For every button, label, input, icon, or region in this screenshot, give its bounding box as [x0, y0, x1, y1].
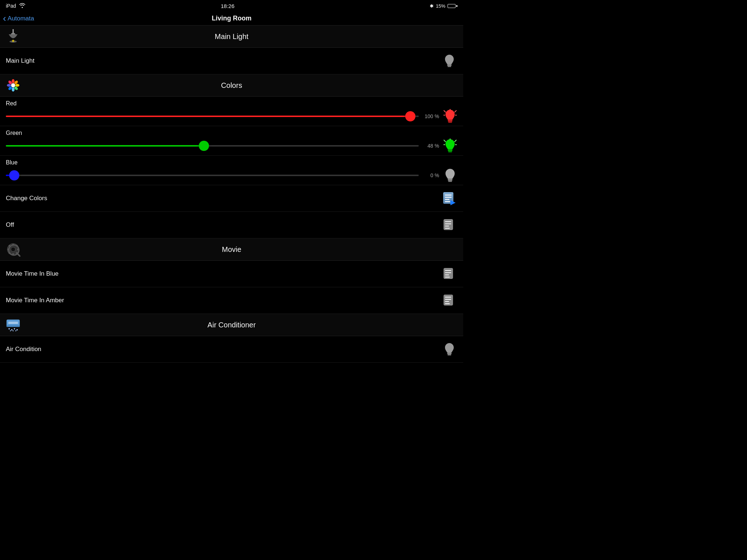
main-light-bulb-icon — [441, 53, 457, 69]
svg-line-19 — [455, 110, 456, 112]
movie-blue-row[interactable]: Movie Time In Blue — [0, 261, 463, 287]
red-label: Red — [6, 100, 457, 107]
green-fill — [6, 145, 204, 147]
green-track[interactable] — [6, 145, 419, 147]
movie-blue-label: Movie Time In Blue — [6, 270, 441, 277]
svg-line-26 — [455, 140, 456, 141]
colors-section-header: Colors — [0, 74, 463, 97]
green-pct: 48 % — [422, 143, 439, 149]
svg-line-27 — [444, 140, 445, 141]
green-bulb-icon — [443, 139, 457, 153]
svg-point-70 — [8, 328, 10, 330]
svg-rect-31 — [448, 181, 452, 182]
svg-rect-30 — [448, 179, 453, 180]
status-time: 18:26 — [221, 3, 235, 9]
svg-point-71 — [11, 329, 13, 331]
ac-unit-icon — [6, 318, 20, 332]
blue-label: Blue — [6, 159, 457, 166]
status-right: ✱ 15% — [430, 3, 457, 9]
svg-point-75 — [13, 330, 14, 331]
red-bulb-icon — [443, 109, 457, 124]
change-colors-label: Change Colors — [6, 195, 441, 202]
rainbow-flower-icon — [6, 78, 20, 93]
svg-point-45 — [11, 247, 15, 252]
air-condition-bulb-icon — [441, 341, 457, 357]
red-slider-row: Red 100 % — [0, 97, 463, 126]
status-left: iPad — [6, 3, 26, 9]
page-title: Living Room — [212, 15, 252, 22]
svg-rect-23 — [448, 149, 453, 151]
ac-section-title: Air Conditioner — [25, 321, 438, 329]
blue-bulb-icon — [443, 168, 457, 183]
svg-point-13 — [7, 84, 11, 87]
movie-amber-script-icon — [441, 292, 457, 308]
bluetooth-icon: ✱ — [430, 3, 434, 9]
movie-section-header: Movie — [0, 238, 463, 261]
green-thumb[interactable] — [199, 141, 209, 151]
device-label: iPad — [6, 3, 16, 9]
svg-line-54 — [18, 254, 20, 257]
film-reel-icon — [6, 242, 20, 257]
red-pct: 100 % — [422, 113, 439, 119]
svg-point-72 — [14, 328, 15, 330]
svg-rect-4 — [447, 64, 452, 66]
svg-rect-5 — [448, 66, 451, 67]
movie-section-title: Movie — [25, 245, 438, 254]
ac-section-header: Air Conditioner — [0, 314, 463, 336]
back-label: Automata — [8, 15, 34, 22]
main-light-label: Main Light — [6, 57, 441, 65]
svg-line-20 — [444, 110, 445, 112]
off-row[interactable]: Off — [0, 212, 463, 238]
red-track[interactable] — [6, 116, 419, 117]
svg-point-74 — [10, 330, 11, 331]
blue-track[interactable] — [6, 175, 419, 176]
movie-amber-row[interactable]: Movie Time In Amber — [0, 287, 463, 314]
svg-rect-77 — [447, 353, 452, 354]
status-bar: iPad 18:26 ✱ 15% — [0, 0, 463, 12]
svg-rect-67 — [7, 325, 20, 327]
wifi-icon — [19, 3, 26, 9]
svg-point-73 — [16, 329, 18, 331]
blue-pct: 0 % — [422, 172, 439, 178]
svg-point-3 — [12, 40, 14, 42]
movie-amber-label: Movie Time In Amber — [6, 297, 441, 304]
green-label: Green — [6, 130, 457, 136]
battery-pct-label: 15% — [436, 3, 445, 9]
main-light-row[interactable]: Main Light — [0, 48, 463, 74]
svg-point-9 — [15, 84, 19, 87]
off-script-icon — [441, 217, 457, 233]
blue-thumb[interactable] — [9, 170, 19, 180]
back-chevron-icon — [3, 13, 6, 23]
change-colors-row[interactable]: Change Colors — [0, 185, 463, 212]
svg-rect-24 — [448, 151, 452, 152]
blue-slider-row: Blue 0 % — [0, 156, 463, 185]
main-light-section-title: Main Light — [25, 32, 438, 41]
red-thumb[interactable] — [405, 111, 415, 121]
green-slider-row: Green 48 % — [0, 126, 463, 156]
nav-bar: Automata Living Room — [0, 12, 463, 26]
svg-rect-16 — [448, 120, 453, 121]
red-fill — [6, 116, 410, 117]
air-condition-row[interactable]: Air Condition — [0, 336, 463, 363]
svg-point-76 — [15, 330, 16, 331]
main-light-section-header: Main Light — [0, 26, 463, 48]
colors-section-title: Colors — [25, 81, 438, 90]
svg-rect-78 — [448, 354, 451, 355]
air-condition-label: Air Condition — [6, 346, 441, 353]
movie-blue-script-icon — [441, 266, 457, 282]
back-button[interactable]: Automata — [3, 13, 34, 23]
off-label: Off — [6, 221, 441, 229]
battery-icon — [448, 4, 457, 8]
lamp-icon — [6, 29, 20, 44]
svg-point-11 — [12, 88, 15, 92]
svg-point-15 — [11, 83, 15, 87]
change-colors-script-icon — [441, 190, 457, 206]
svg-rect-17 — [448, 122, 452, 123]
svg-point-7 — [12, 79, 15, 83]
